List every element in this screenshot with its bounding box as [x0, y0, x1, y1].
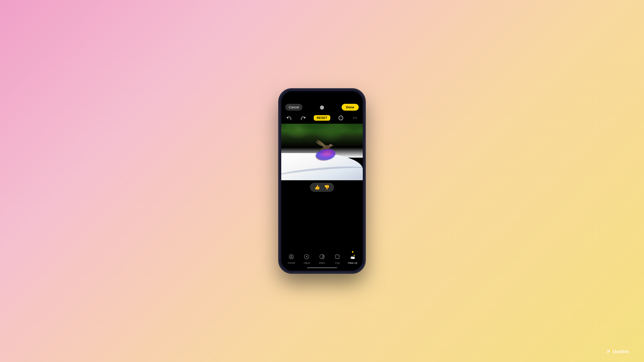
- svg-point-2: [355, 118, 355, 118]
- phone-mockup: Cancel ⬤ Done RESET: [279, 89, 365, 273]
- watermark: P•cketlint: [607, 349, 629, 354]
- redo-button[interactable]: [299, 114, 307, 122]
- filters-icon: [318, 253, 326, 261]
- center-indicator: ⬤: [320, 105, 324, 110]
- svg-point-16: [306, 256, 307, 257]
- portrait-label: Portrait: [288, 262, 295, 264]
- phone-frame: Cancel ⬤ Done RESET: [279, 89, 365, 273]
- cleanup-icon: [349, 253, 357, 261]
- reset-button[interactable]: RESET: [314, 115, 331, 121]
- feedback-row: 👍 👎: [281, 180, 363, 194]
- filters-label: Filters: [319, 262, 325, 264]
- tool-tabs: Portrait Adjust: [281, 253, 363, 264]
- feedback-pill: 👍 👎: [310, 183, 334, 192]
- tab-portrait[interactable]: Portrait: [284, 253, 299, 264]
- cancel-button[interactable]: Cancel: [285, 104, 302, 111]
- thumbs-down-button[interactable]: 👎: [324, 185, 330, 190]
- photo-canvas: [281, 124, 363, 180]
- empty-spacer: [281, 194, 363, 251]
- svg-point-7: [331, 145, 331, 145]
- done-button[interactable]: Done: [342, 104, 359, 111]
- dynamic-island: [309, 94, 335, 102]
- photo-area[interactable]: [281, 124, 363, 180]
- portrait-icon: [287, 253, 295, 261]
- undo-button[interactable]: [285, 114, 293, 122]
- bird-silhouette: [314, 136, 337, 154]
- surface-curve: [281, 164, 363, 180]
- pen-icon[interactable]: [337, 114, 345, 122]
- home-bar: [307, 267, 337, 268]
- thumbs-up-button[interactable]: 👍: [314, 185, 320, 190]
- tab-crop[interactable]: Crop: [330, 253, 345, 264]
- tab-filters[interactable]: Filters: [314, 253, 330, 264]
- crop-icon: [333, 253, 341, 261]
- edit-toolbar: RESET: [281, 113, 363, 124]
- cleanup-label: Clean Up: [348, 262, 357, 264]
- phone-screen: Cancel ⬤ Done RESET: [281, 91, 363, 271]
- watermark-dot: •: [610, 349, 612, 354]
- adjust-label: Adjust: [304, 262, 310, 264]
- svg-point-12: [291, 255, 292, 257]
- tab-cleanup[interactable]: Clean Up: [345, 253, 360, 264]
- bottom-toolbar: Portrait Adjust: [281, 251, 363, 266]
- svg-rect-18: [336, 255, 339, 258]
- home-indicator: [281, 266, 363, 271]
- crop-label: Crop: [335, 262, 340, 264]
- adjust-icon: [303, 253, 311, 261]
- svg-point-3: [356, 118, 357, 118]
- tab-adjust[interactable]: Adjust: [299, 253, 314, 264]
- svg-point-1: [353, 118, 354, 118]
- more-options-button[interactable]: [351, 114, 359, 122]
